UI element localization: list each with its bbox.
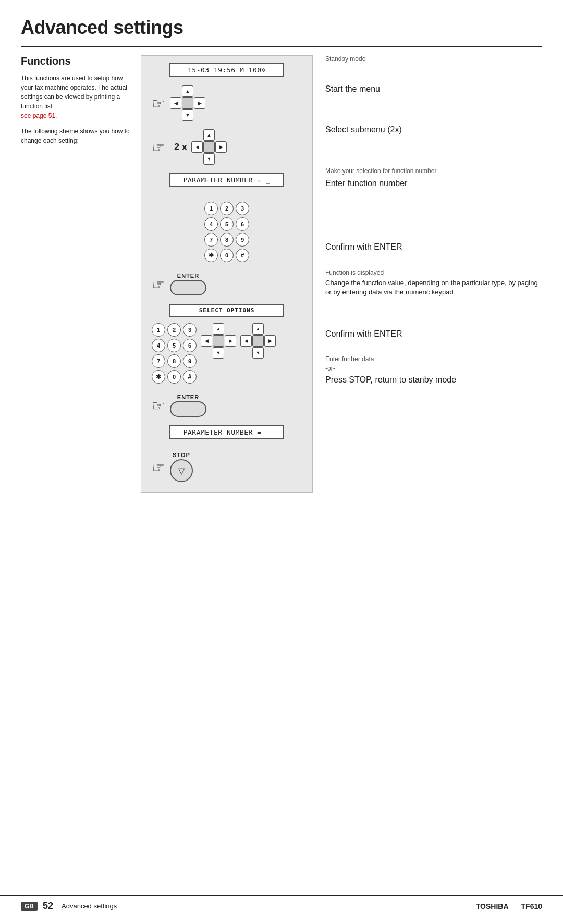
main-layout: Functions This functions are used to set… (21, 47, 542, 493)
key2-hash: # (183, 370, 197, 384)
nav2-empty-br (215, 153, 227, 165)
footer-model: TF610 (521, 902, 542, 910)
enter-button-2[interactable] (170, 401, 206, 417)
nav4-up: ▲ (252, 323, 264, 335)
nav-empty-bl (170, 109, 181, 121)
key-3: 3 (236, 202, 249, 215)
nav3-empty-tr (225, 323, 236, 335)
key2-0: 0 (167, 370, 181, 384)
function-displayed-label: Function is displayed (325, 269, 542, 276)
nav3-empty-bl (201, 347, 212, 359)
nav-empty-br (194, 109, 205, 121)
center-diagram-panel: 15-03 19:56 M 100% ☞ ▲ ◀ ▶ ▼ ☞ 2 x (141, 55, 313, 493)
key-star: ✱ (204, 249, 218, 262)
key2-6: 6 (183, 339, 197, 352)
left-panel: Functions This functions are used to set… (21, 55, 141, 493)
key2-3: 3 (183, 323, 197, 337)
key-6: 6 (236, 217, 249, 231)
make-selection-label: Make your selection for function number (325, 167, 542, 175)
nav-empty-tl (170, 85, 181, 97)
nav2-empty-bl (191, 153, 203, 165)
diagram-stop-row: ☞ STOP ▽ (152, 452, 302, 482)
key-1: 1 (204, 202, 218, 215)
nav3-down: ▼ (213, 347, 224, 359)
nav3-left: ◀ (201, 335, 212, 347)
nav-pad-1: ▲ ◀ ▶ ▼ (170, 85, 205, 121)
key-8: 8 (220, 233, 234, 247)
diagram-row-2: ☞ 2 x ▲ ◀ ▶ ▼ (152, 129, 302, 165)
nav4-left: ◀ (240, 335, 252, 347)
hand-pointer-icon-5: ☞ (152, 459, 165, 476)
nav4-empty-br (264, 347, 276, 359)
hand-pointer-icon-3: ☞ (152, 276, 165, 293)
nav-pad-4: ▲ ◀ ▶ ▼ (240, 323, 276, 359)
nav-right-1: ▶ (194, 97, 205, 109)
key2-star: ✱ (152, 370, 165, 384)
diagram-enter-row-2: ☞ ENTER (152, 394, 302, 417)
select-options-row: 1 2 3 4 5 6 7 8 9 ✱ 0 # ▲ ◀ ▶ (152, 321, 302, 386)
hand-pointer-icon-1: ☞ (152, 95, 165, 112)
key-7: 7 (204, 233, 218, 247)
description-text-1: This functions are used to setup how you… (21, 73, 132, 120)
stop-button[interactable]: ▽ (170, 459, 193, 482)
section-title: Functions (21, 55, 132, 67)
nav3-empty-br (225, 347, 236, 359)
enter-button-1[interactable] (170, 280, 206, 295)
key2-7: 7 (152, 354, 165, 368)
key2-2: 2 (167, 323, 181, 337)
nav-left-1: ◀ (170, 97, 181, 109)
standby-label: Standby mode (325, 55, 542, 63)
nav2-down: ▼ (203, 153, 215, 165)
nav4-empty-tr (264, 323, 276, 335)
nav-down-1: ▼ (182, 109, 193, 121)
nav2-right: ▶ (215, 141, 227, 153)
nav2-center (203, 141, 215, 153)
key-0: 0 (220, 249, 234, 262)
description-text-2: The following sheme shows you how to cha… (21, 127, 132, 145)
diagram-enter-row-1: ☞ ENTER (152, 273, 302, 295)
nav2-left: ◀ (191, 141, 203, 153)
nav-pad-2: ▲ ◀ ▶ ▼ (191, 129, 227, 165)
enter-label-1: ENTER (177, 273, 199, 279)
key2-8: 8 (167, 354, 181, 368)
stop-label: STOP (173, 452, 190, 458)
nav2-empty-tl (191, 129, 203, 141)
confirm-enter-label-2: Confirm with ENTER (325, 328, 542, 340)
start-menu-label: Start the menu (325, 83, 542, 95)
see-page-link[interactable]: see page 51 (21, 112, 55, 119)
key-9: 9 (236, 233, 249, 247)
key-hash: # (236, 249, 249, 262)
param-display-2: PARAMETER NUMBER = _ (169, 425, 284, 439)
footer-section-label: Advanced settings (62, 902, 476, 910)
nav3-right: ▶ (225, 335, 236, 347)
lcd-display-top: 15-03 19:56 M 100% (169, 63, 284, 77)
nav4-right: ▶ (264, 335, 276, 347)
key-2: 2 (220, 202, 234, 215)
footer-badge: GB (21, 902, 38, 911)
nav4-empty-bl (240, 347, 252, 359)
key2-5: 5 (167, 339, 181, 352)
nav-up-1: ▲ (182, 85, 193, 97)
key2-9: 9 (183, 354, 197, 368)
diagram-row-1: ☞ ▲ ◀ ▶ ▼ (152, 85, 302, 121)
hand-pointer-icon-4: ☞ (152, 397, 165, 414)
nav3-up: ▲ (213, 323, 224, 335)
param-display-1: PARAMETER NUMBER = _ (169, 173, 284, 187)
enter-function-label: Enter function number (325, 178, 542, 189)
two-x-label: 2 x (174, 142, 187, 153)
page-header: Advanced settings (0, 0, 563, 43)
nav-pad-3: ▲ ◀ ▶ ▼ (201, 323, 236, 359)
hand-pointer-icon-2: ☞ (152, 139, 165, 156)
nav2-up: ▲ (203, 129, 215, 141)
enter-label-2: ENTER (177, 394, 199, 400)
key-4: 4 (204, 217, 218, 231)
right-panel-inner: Standby mode Start the menu Select subme… (325, 55, 542, 395)
change-function-label: Change the function value, depending on … (325, 278, 542, 297)
keypad-1: 1 2 3 4 5 6 7 8 9 ✱ 0 # (204, 202, 249, 262)
or-label: -or- (325, 365, 542, 372)
key-5: 5 (220, 217, 234, 231)
key2-1: 1 (152, 323, 165, 337)
page-title: Advanced settings (21, 17, 542, 39)
nav2-empty-tr (215, 129, 227, 141)
nav3-empty-tl (201, 323, 212, 335)
